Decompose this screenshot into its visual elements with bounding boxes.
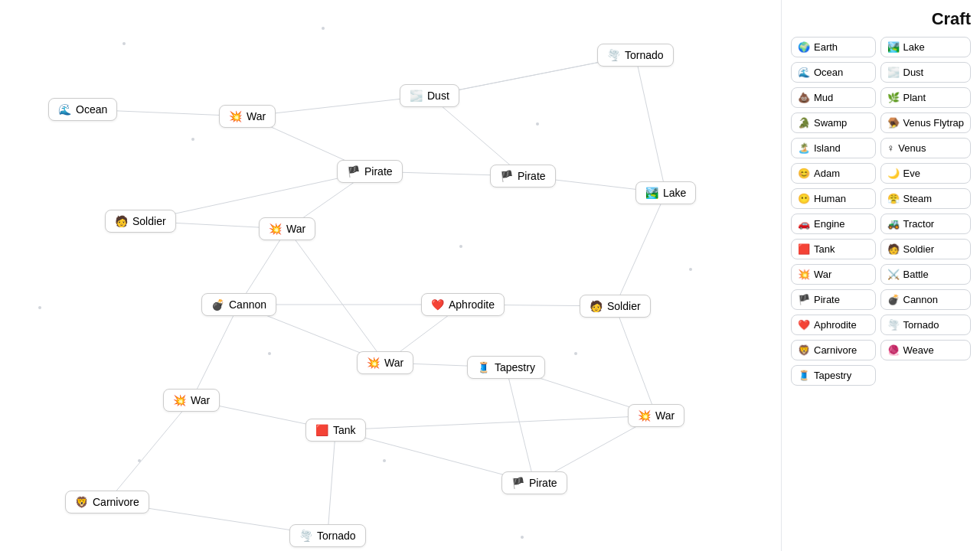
node-tornado2[interactable]: 🌪️Tornado	[289, 524, 366, 547]
sidebar-item-eve[interactable]: 🌙Eve	[880, 163, 972, 184]
node-tank1[interactable]: 🟥Tank	[305, 419, 366, 442]
node-war1[interactable]: 💥War	[219, 105, 276, 128]
tank-icon: 🟥	[798, 243, 810, 255]
connection-tornado1-lake1	[635, 55, 666, 193]
sidebar-item-carnivore[interactable]: 🦁Carnivore	[791, 340, 876, 360]
node-war2[interactable]: 💥War	[259, 217, 315, 240]
node-dust1[interactable]: 🌫️Dust	[400, 84, 459, 107]
weave-icon: 🧶	[887, 344, 900, 356]
tractor-icon: 🚜	[887, 218, 900, 230]
battle-icon: ⚔️	[887, 269, 900, 280]
sidebar-item-soldier[interactable]: 🧑Soldier	[880, 239, 972, 259]
war-label: War	[814, 269, 831, 280]
node-tornado1[interactable]: 🌪️Tornado	[597, 44, 674, 67]
sidebar-item-tractor[interactable]: 🚜Tractor	[880, 214, 972, 234]
adam-icon: 😊	[798, 168, 810, 179]
node-lake1[interactable]: 🏞️Lake	[635, 181, 696, 204]
connection-war4-cannon1	[191, 305, 239, 400]
sidebar-item-mud[interactable]: 💩Mud	[791, 87, 876, 108]
sidebar-item-dust[interactable]: 🌫️Dust	[880, 62, 972, 83]
dot-1	[322, 27, 325, 30]
battle-label: Battle	[903, 269, 929, 280]
node-cannon1[interactable]: 💣Cannon	[201, 293, 276, 316]
mud-label: Mud	[814, 92, 833, 103]
node-aphrodite1[interactable]: ❤️Aphrodite	[421, 293, 505, 316]
adam-label: Adam	[814, 168, 840, 179]
aphrodite1-icon: ❤️	[431, 298, 444, 311]
sidebar-item-island[interactable]: 🏝️Island	[791, 138, 876, 158]
sidebar-item-weave[interactable]: 🧶Weave	[880, 340, 972, 360]
swamp-icon: 🐊	[798, 117, 810, 129]
aphrodite-icon: ❤️	[798, 319, 810, 331]
pirate2-icon: 🏴	[500, 170, 513, 182]
connection-tank1-war5	[335, 416, 656, 430]
sidebar-item-battle[interactable]: ⚔️Battle	[880, 264, 972, 285]
pirate2-label: Pirate	[518, 170, 546, 182]
connection-tapestry1-pirate3	[506, 367, 534, 483]
node-war5[interactable]: 💥War	[628, 404, 684, 427]
sidebar-item-war[interactable]: 💥War	[791, 264, 876, 285]
node-carnivore1[interactable]: 🦁Carnivore	[65, 491, 149, 514]
sidebar-item-venus[interactable]: ♀Venus	[880, 138, 972, 158]
war-icon: 💥	[798, 269, 810, 280]
node-ocean1[interactable]: 🌊Ocean	[48, 98, 117, 121]
pirate3-icon: 🏴	[511, 477, 524, 489]
war5-icon: 💥	[638, 409, 651, 422]
node-pirate3[interactable]: 🏴Pirate	[501, 471, 567, 494]
sidebar-item-human[interactable]: 😶Human	[791, 188, 876, 209]
lake-label: Lake	[903, 41, 925, 53]
dot-11	[459, 245, 462, 248]
war4-label: War	[191, 394, 210, 406]
sidebar-item-plant[interactable]: 🌿Plant	[880, 87, 972, 108]
dot-4	[268, 352, 271, 355]
dot-6	[138, 459, 141, 462]
swamp-label: Swamp	[814, 117, 847, 129]
sidebar-item-aphrodite[interactable]: ❤️Aphrodite	[791, 315, 876, 335]
plant-icon: 🌿	[887, 92, 900, 103]
sidebar-item-cannon[interactable]: 💣Cannon	[880, 289, 972, 310]
node-war3[interactable]: 💥War	[357, 351, 413, 374]
node-tapestry1[interactable]: 🧵Tapestry	[467, 356, 545, 379]
dust1-icon: 🌫️	[410, 90, 423, 102]
eve-icon: 🌙	[887, 168, 900, 179]
weave-label: Weave	[903, 344, 934, 356]
sidebar-item-tapestry[interactable]: 🧵Tapestry	[791, 365, 876, 386]
tornado2-label: Tornado	[317, 530, 356, 542]
tapestry-label: Tapestry	[814, 370, 851, 381]
cannon1-icon: 💣	[211, 298, 224, 311]
tornado-label: Tornado	[903, 319, 939, 331]
sidebar-item-pirate[interactable]: 🏴Pirate	[791, 289, 876, 310]
sidebar: Craft 🌍Earth🏞️Lake🌊Ocean🌫️Dust💩Mud🌿Plant…	[781, 0, 980, 551]
sidebar-item-venus-flytrap[interactable]: 🪤Venus Flytrap	[880, 112, 972, 133]
sidebar-item-tank[interactable]: 🟥Tank	[791, 239, 876, 259]
sidebar-item-engine[interactable]: 🚗Engine	[791, 214, 876, 234]
sidebar-item-steam[interactable]: 😤Steam	[880, 188, 972, 209]
node-pirate2[interactable]: 🏴Pirate	[490, 165, 556, 187]
war2-label: War	[286, 223, 305, 235]
eve-label: Eve	[903, 168, 920, 179]
sidebar-item-swamp[interactable]: 🐊Swamp	[791, 112, 876, 133]
sidebar-item-adam[interactable]: 😊Adam	[791, 163, 876, 184]
canvas-area[interactable]: 🌊Ocean💥War🌫️Dust🌪️Tornado🏴Pirate🏴Pirate🏞…	[0, 0, 781, 551]
dot-10	[191, 138, 194, 141]
dust-label: Dust	[903, 67, 924, 78]
lake-icon: 🏞️	[887, 41, 900, 53]
war4-icon: 💥	[173, 394, 186, 406]
node-pirate1[interactable]: 🏴Pirate	[337, 160, 403, 183]
node-war4[interactable]: 💥War	[163, 389, 220, 412]
sidebar-item-tornado[interactable]: 🌪️Tornado	[880, 315, 972, 335]
tank-label: Tank	[814, 243, 835, 255]
cannon1-label: Cannon	[229, 298, 266, 311]
sidebar-item-lake[interactable]: 🏞️Lake	[880, 37, 972, 57]
sidebar-item-ocean[interactable]: 🌊Ocean	[791, 62, 876, 83]
lake1-label: Lake	[663, 187, 686, 199]
ocean1-icon: 🌊	[58, 103, 71, 116]
tornado1-icon: 🌪️	[607, 49, 620, 61]
venus-flytrap-icon: 🪤	[887, 117, 900, 129]
node-soldier2[interactable]: 🧑Soldier	[580, 295, 651, 318]
sidebar-item-earth[interactable]: 🌍Earth	[791, 37, 876, 57]
node-soldier1[interactable]: 🧑Soldier	[105, 210, 176, 233]
tank1-icon: 🟥	[315, 424, 328, 436]
engine-icon: 🚗	[798, 218, 810, 230]
war5-label: War	[655, 409, 675, 422]
